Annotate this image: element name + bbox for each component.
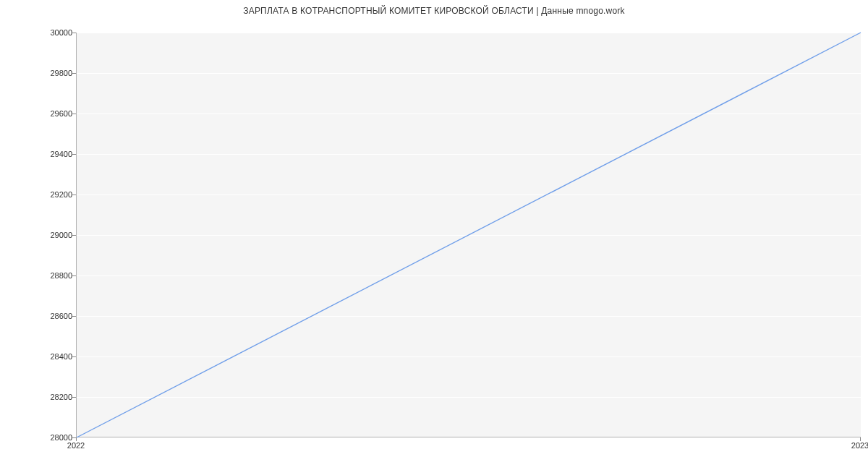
chart-title: ЗАРПЛАТА В КОТРАНСПОРТНЫЙ КОМИТЕТ КИРОВС… bbox=[0, 6, 868, 16]
x-tick-mark bbox=[860, 437, 861, 441]
plot-area bbox=[76, 33, 861, 437]
x-tick-label: 2022 bbox=[67, 441, 85, 450]
y-tick-label: 28800 bbox=[33, 271, 72, 280]
y-tick-label: 28600 bbox=[33, 312, 72, 320]
y-tick-label: 28200 bbox=[33, 393, 72, 401]
y-tick-label: 29000 bbox=[33, 231, 72, 239]
y-tick-label: 29800 bbox=[33, 69, 72, 77]
x-tick-mark bbox=[76, 437, 77, 441]
y-tick-label: 29400 bbox=[33, 150, 72, 158]
x-tick-label: 2023 bbox=[851, 441, 868, 450]
y-tick-label: 28400 bbox=[33, 352, 72, 361]
y-tick-label: 28000 bbox=[33, 433, 72, 442]
line-series bbox=[77, 33, 861, 437]
y-tick-label: 30000 bbox=[33, 28, 72, 37]
chart-container: ЗАРПЛАТА В КОТРАНСПОРТНЫЙ КОМИТЕТ КИРОВС… bbox=[0, 0, 868, 470]
y-tick-label: 29600 bbox=[33, 109, 72, 118]
y-tick-label: 29200 bbox=[33, 190, 72, 199]
